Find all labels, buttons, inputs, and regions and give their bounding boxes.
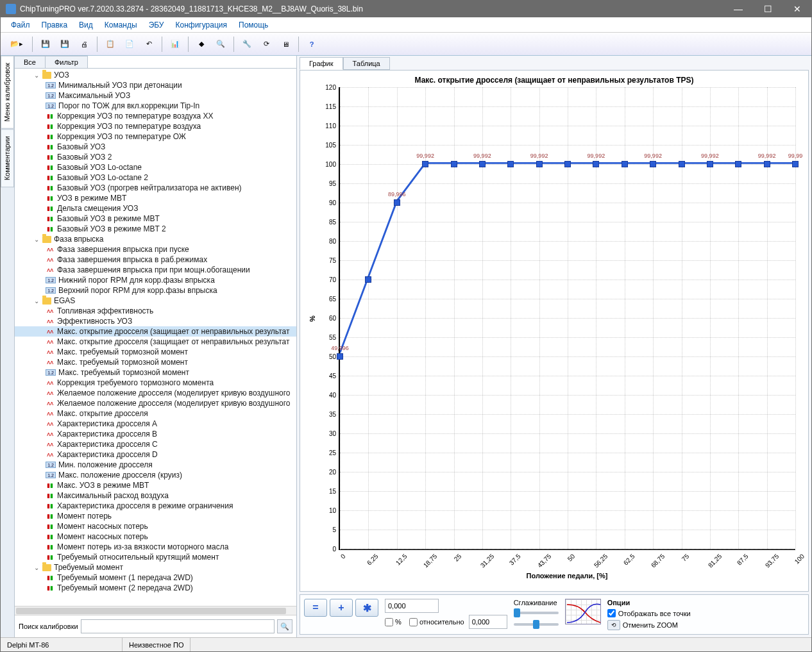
tree-leaf[interactable]: ▮▮Момент насосных потерь xyxy=(15,531,296,542)
tree-leaf[interactable]: 1.2Нижний порог RPM для корр.фазы впрыск… xyxy=(15,275,296,285)
search-button[interactable]: 🔍 xyxy=(277,619,292,633)
paste-icon[interactable]: 📄 xyxy=(121,36,138,53)
tree-leaf[interactable]: ▮▮Коррекция УОЗ по температуре воздуха xyxy=(15,121,296,131)
filter-tab-filter[interactable]: Фильтр xyxy=(45,56,88,68)
tree-leaf[interactable]: ᴧᴧФаза завершения впрыска в раб.режимах xyxy=(15,255,296,265)
calibration-tree[interactable]: ⌄УОЗ1.2Минимальный УОЗ при детонации1.2М… xyxy=(15,69,296,606)
tree-leaf[interactable]: ▮▮Момент потерь xyxy=(15,511,296,521)
data-point[interactable] xyxy=(507,161,514,167)
chart-tab-graph[interactable]: График xyxy=(300,57,343,70)
tree-leaf[interactable]: ᴧᴧМакс. требуемый тормозной момент xyxy=(15,357,296,367)
tree-leaf[interactable]: ▮▮Базовый УОЗ в режиме MBT xyxy=(15,213,296,224)
multiply-button[interactable]: ✱ xyxy=(355,599,378,617)
tree-leaf[interactable]: ▮▮Макс. УОЗ в режиме MBT xyxy=(15,480,296,490)
save-as-icon[interactable]: 💾 xyxy=(56,36,73,53)
search-input[interactable] xyxy=(81,619,275,633)
tree-leaf[interactable]: 1.2Максимальный УОЗ xyxy=(15,90,296,101)
tool-monitor-icon[interactable]: 🖥 xyxy=(277,36,294,53)
menu-config[interactable]: Конфигурация xyxy=(170,19,232,31)
data-point[interactable] xyxy=(764,161,770,167)
reset-zoom-icon[interactable]: ⟲ xyxy=(607,620,620,630)
tree-leaf[interactable]: ▮▮Максимальный расход воздуха xyxy=(15,490,296,501)
data-point[interactable] xyxy=(422,161,428,167)
menu-edit[interactable]: Правка xyxy=(37,19,73,31)
save-icon[interactable]: 💾 xyxy=(37,36,54,53)
tree-leaf[interactable]: ᴧᴧЖелаемое положение дросселя (моделируе… xyxy=(15,388,296,398)
plus-button[interactable]: + xyxy=(330,599,353,617)
tree-leaf[interactable]: ᴧᴧФаза завершения впрыска при пуске xyxy=(15,244,296,255)
data-point[interactable] xyxy=(451,161,457,167)
data-point[interactable] xyxy=(650,161,656,167)
tree-leaf[interactable]: ᴧᴧЖелаемое положение дросселя (моделируе… xyxy=(15,398,296,408)
smooth-slider-1[interactable] xyxy=(514,612,559,614)
tree-leaf[interactable]: ᴧᴧМакс. открытие дросселя xyxy=(15,408,296,419)
tree-leaf[interactable]: ▮▮Базовый УОЗ (прогрев нейтрализатора не… xyxy=(15,183,296,193)
tree-leaf[interactable]: ▮▮Характеристика дросселя в режиме огран… xyxy=(15,501,296,511)
data-point[interactable] xyxy=(394,199,400,206)
data-point[interactable] xyxy=(536,161,543,167)
smooth-slider-2[interactable] xyxy=(514,623,559,626)
tree-leaf[interactable]: ▮▮Базовый УОЗ Lo-octane 2 xyxy=(15,172,296,183)
tree-leaf[interactable]: 1.2Макс. требуемый тормозной момент xyxy=(15,367,296,378)
undo-icon[interactable]: ↶ xyxy=(140,36,157,53)
tree-leaf[interactable]: ▮▮УОЗ в режиме MBT xyxy=(15,193,296,203)
data-point[interactable] xyxy=(735,161,741,167)
chart-tab-table[interactable]: Таблица xyxy=(343,57,390,70)
tree-leaf[interactable]: ᴧᴧХарактеристика дросселя D xyxy=(15,449,296,460)
tree-leaf[interactable]: ᴧᴧМакс. открытие дросселя (защищает от н… xyxy=(15,326,296,337)
filter-tab-all[interactable]: Все xyxy=(15,56,46,68)
help-icon[interactable]: ? xyxy=(303,36,320,53)
menu-view[interactable]: Вид xyxy=(74,19,98,31)
value-input-2[interactable] xyxy=(469,615,507,629)
tree-folder[interactable]: ⌄EGAS xyxy=(15,296,296,306)
data-point[interactable] xyxy=(622,161,628,167)
tree-leaf[interactable]: ▮▮Требуемый момент (2 передача 2WD) xyxy=(15,583,296,593)
tree-leaf[interactable]: 1.2Мин. положение дросселя xyxy=(15,460,296,470)
vtab-calibrations[interactable]: Меню калибровок xyxy=(1,56,14,129)
tree-leaf[interactable]: ᴧᴧМакс. требуемый тормозной момент xyxy=(15,347,296,357)
tree-leaf[interactable]: ᴧᴧМакс. открытие дросселя (защищает от н… xyxy=(15,337,296,347)
data-point[interactable] xyxy=(792,161,799,167)
vtab-comments[interactable]: Комментарии xyxy=(1,129,14,187)
tree-leaf[interactable]: ▮▮Базовый УОЗ Lo-octane xyxy=(15,162,296,172)
tree-leaf[interactable]: ▮▮Базовый УОЗ xyxy=(15,142,296,152)
tool-chart-icon[interactable]: 📊 xyxy=(167,36,183,53)
equals-button[interactable]: = xyxy=(304,599,327,617)
close-button[interactable]: ✕ xyxy=(788,4,806,14)
tree-leaf[interactable]: ᴧᴧХарактеристика дросселя B xyxy=(15,429,296,439)
data-point[interactable] xyxy=(593,161,599,167)
tree-leaf[interactable]: ▮▮Коррекция УОЗ по температуре воздуха X… xyxy=(15,111,296,121)
tree-leaf[interactable]: ▮▮Коррекция УОЗ по температуре ОЖ xyxy=(15,131,296,142)
open-icon[interactable]: 📂▸ xyxy=(6,35,28,54)
tree-leaf[interactable]: ▮▮Требуемый момент (1 передача 2WD) xyxy=(15,573,296,583)
data-point[interactable] xyxy=(707,161,713,167)
tree-hscroll[interactable] xyxy=(15,606,296,615)
tree-leaf[interactable]: ᴧᴧКоррекция требуемого тормозного момент… xyxy=(15,378,296,388)
tree-folder[interactable]: ⌄УОЗ xyxy=(15,70,296,80)
tree-leaf[interactable]: ᴧᴧТопливная эффективность xyxy=(15,306,296,316)
menu-ecu[interactable]: ЭБУ xyxy=(144,19,169,31)
tree-leaf[interactable]: ▮▮Дельта смещения УОЗ xyxy=(15,203,296,213)
tree-leaf[interactable]: 1.2Минимальный УОЗ при детонации xyxy=(15,80,296,90)
tree-leaf[interactable]: ▮▮Базовый УОЗ в режиме MBT 2 xyxy=(15,224,296,234)
tool-search-icon[interactable]: 🔍 xyxy=(212,36,229,53)
tree-leaf[interactable]: 1.2Макс. положение дросселя (круиз) xyxy=(15,470,296,480)
value-input-1[interactable] xyxy=(385,599,439,613)
tree-folder[interactable]: ⌄Требуемый момент xyxy=(15,562,296,573)
tool-diamond-icon[interactable]: ◆ xyxy=(193,36,210,53)
tree-leaf[interactable]: ▮▮Момент насосных потерь xyxy=(15,521,296,531)
tree-leaf[interactable]: ᴧᴧХарактеристика дросселя C xyxy=(15,439,296,449)
data-point[interactable] xyxy=(679,161,685,167)
tree-leaf[interactable]: ᴧᴧХарактеристика дросселя A xyxy=(15,419,296,429)
data-point[interactable] xyxy=(564,161,571,167)
maximize-button[interactable]: ☐ xyxy=(759,4,777,14)
menu-file[interactable]: Файл xyxy=(6,19,35,31)
show-all-checkbox[interactable] xyxy=(607,609,616,617)
data-point[interactable] xyxy=(337,353,343,360)
tool-refresh-icon[interactable]: ⟳ xyxy=(258,36,275,53)
tree-leaf[interactable]: ▮▮Требуемый относительный крутящий момен… xyxy=(15,552,296,562)
reset-zoom-label[interactable]: Отменить ZOOM xyxy=(623,621,678,629)
tree-leaf[interactable]: ▮▮Базовый УОЗ 2 xyxy=(15,152,296,162)
print-icon[interactable]: 🖨 xyxy=(76,36,92,53)
data-point[interactable] xyxy=(479,161,486,167)
